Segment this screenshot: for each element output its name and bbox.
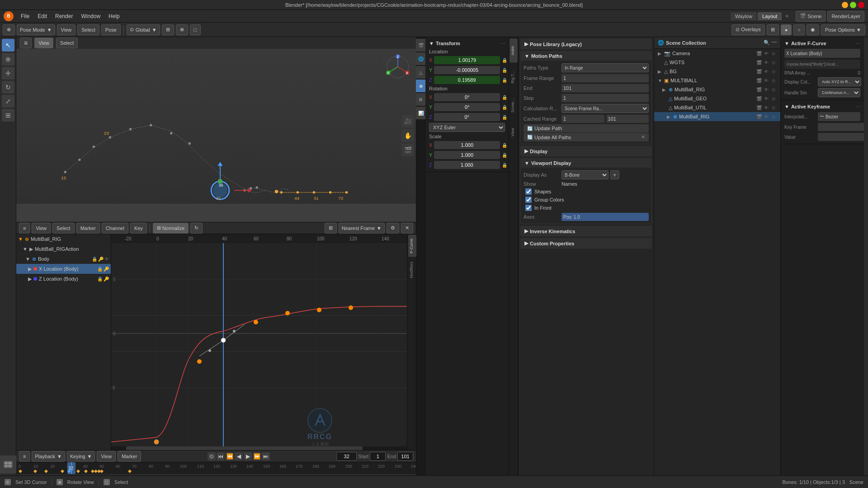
- go-end-btn[interactable]: ⏭: [262, 452, 270, 460]
- outliner-multiball[interactable]: ▼ ▣ MULTIBALL 🎬 👁 ⊙: [654, 76, 780, 85]
- minimize-button[interactable]: [842, 2, 848, 8]
- update-path-btn[interactable]: 🔄 Update Path: [524, 124, 649, 132]
- active-keyframe-header[interactable]: ▼ Active Keyframe ⋯: [781, 102, 864, 111]
- in-front-checkbox[interactable]: [525, 205, 532, 211]
- multi-eye[interactable]: 👁: [763, 77, 769, 84]
- menu-file[interactable]: File: [17, 12, 33, 20]
- close-button[interactable]: [858, 2, 864, 8]
- outliner-options[interactable]: ⋯: [772, 40, 777, 46]
- ik-header[interactable]: ▶ Inverse Kinematics: [521, 226, 651, 236]
- play-btn[interactable]: ▶: [244, 452, 252, 460]
- fcurve-options[interactable]: ⋯: [856, 41, 860, 46]
- outliner-filter[interactable]: 🔍: [764, 40, 770, 46]
- scale-y-lock[interactable]: 🔒: [502, 151, 507, 159]
- pose-mode-dropdown[interactable]: Pose Mode ▼: [17, 24, 55, 35]
- graph-view-btn[interactable]: View: [32, 223, 51, 234]
- motion-paths-header[interactable]: ▼ Motion Paths: [521, 52, 651, 61]
- channel-body[interactable]: ▼ ⊕ Body 🔒 🔑 👁: [16, 254, 111, 264]
- viewport-3d[interactable]: ≡ View Select Camera Orthographic (32) M…: [16, 37, 416, 222]
- mbutil-eye[interactable]: 👁: [763, 104, 769, 111]
- rotate-tool[interactable]: ↻: [2, 81, 14, 94]
- snap-type-icon[interactable]: ⊞: [325, 223, 337, 234]
- window-controls[interactable]: [842, 2, 864, 8]
- rot-z-input[interactable]: [434, 113, 500, 121]
- step-back-btn[interactable]: ⏪: [226, 452, 234, 460]
- mbgeo-select[interactable]: ⊙: [770, 95, 777, 102]
- keyframe-options[interactable]: ⋯: [856, 104, 860, 109]
- maximize-button[interactable]: [850, 2, 856, 8]
- nearest-frame-dropdown[interactable]: Nearest Frame ▼: [339, 223, 385, 234]
- viewport-menu-btn[interactable]: ≡: [20, 38, 32, 48]
- loc-z-input[interactable]: [434, 76, 500, 84]
- end-frame-input[interactable]: [397, 452, 413, 461]
- multi-render[interactable]: 🎬: [756, 77, 762, 84]
- start-frame-input[interactable]: [370, 452, 386, 461]
- interpolation-btn[interactable]: 〜 Bezier: [818, 112, 860, 121]
- loc-y-lock[interactable]: 🔒: [502, 66, 507, 74]
- scene-selector[interactable]: 🎬 Camera Scene: [796, 11, 826, 22]
- viewport-display-header[interactable]: ▼ Viewport Display: [521, 159, 651, 168]
- scale-z-input[interactable]: [434, 161, 500, 169]
- sync-icon[interactable]: ⊙: [208, 452, 216, 460]
- mbutil-select[interactable]: ⊙: [770, 104, 777, 111]
- select-btn[interactable]: Select: [56, 38, 78, 48]
- channel-action[interactable]: ▼ ▶ MultiBall_RIGAction: [16, 244, 111, 254]
- outliner-bg[interactable]: ▶ △ BG 🎬 👁 ⊙: [654, 67, 780, 76]
- transform-options[interactable]: ⋯: [500, 41, 505, 46]
- mbrig2-select[interactable]: ⊙: [770, 113, 777, 120]
- render-layer-selector[interactable]: RenderLayer: [827, 11, 864, 22]
- refresh-btn[interactable]: ↻: [190, 223, 203, 234]
- loc-x-input[interactable]: [434, 56, 500, 64]
- axes-value[interactable]: Pos: 1.0: [561, 213, 649, 221]
- graph-close-btn[interactable]: ✕: [401, 223, 413, 234]
- material-shading[interactable]: ○: [793, 24, 805, 35]
- rot-y-lock[interactable]: 🔒: [502, 103, 507, 111]
- keyframe-track[interactable]: 0 10 20 30 40 50 60 70 80 90 100 110 120…: [16, 462, 416, 474]
- wgts-render[interactable]: 🎬: [756, 59, 762, 66]
- outliner-multibutil[interactable]: △ MultiBall_UTIL 🎬 👁 ⊙: [654, 103, 780, 112]
- blender-logo[interactable]: B: [4, 11, 14, 21]
- scrollbar-thumb[interactable]: [126, 446, 363, 450]
- rot-x-lock[interactable]: 🔒: [502, 94, 507, 101]
- bg-select[interactable]: ⊙: [770, 68, 777, 75]
- outliner-multibrig[interactable]: ▶ ⊕ MultiBall_RIG 🎬 👁 ⊙: [654, 85, 780, 94]
- pivot-dropdown[interactable]: ⊙ Global ▼: [127, 24, 160, 35]
- rotation-mode-select[interactable]: XYZ Euler: [429, 123, 505, 132]
- loc-y-input[interactable]: [434, 66, 500, 74]
- value-input[interactable]: 3.851: [818, 133, 864, 141]
- mbrig-render[interactable]: 🎬: [756, 86, 762, 93]
- cam-eye[interactable]: 👁: [763, 50, 769, 56]
- transform-header[interactable]: ▼ Transform ⋯: [425, 39, 509, 48]
- graph-scrollbar-h[interactable]: [111, 446, 407, 450]
- play-back-btn[interactable]: ◀: [235, 452, 243, 460]
- pose-library-header[interactable]: ▶ Pose Library (Legacy): [521, 39, 651, 49]
- loc-z-lock[interactable]: 🔒: [502, 76, 507, 84]
- active-fcurve-header[interactable]: ▼ Active F-Curve ⋯: [781, 39, 864, 48]
- graph-canvas[interactable]: -20 0 20 40 60 80 100 120 140: [111, 234, 407, 450]
- snap-btn[interactable]: ⊞: [162, 24, 174, 35]
- bg-eye[interactable]: 👁: [763, 68, 769, 75]
- channel-object[interactable]: ▼ ⊕ MultiBall_RIG: [16, 234, 111, 244]
- update-all-paths-btn[interactable]: 🔄 Update All Paths ✕: [524, 133, 649, 141]
- display-header[interactable]: ▶ Display: [521, 146, 651, 156]
- menu-help[interactable]: Help: [105, 12, 123, 20]
- outliner-camera[interactable]: ▶ 📷 Camera 🎬 👁 ⊙: [654, 49, 780, 58]
- mbutil-render[interactable]: 🎬: [756, 104, 762, 111]
- mbrig-select[interactable]: ⊙: [770, 86, 777, 93]
- cursor-tool[interactable]: ⊕: [2, 53, 14, 66]
- playback-view-btn[interactable]: View: [97, 451, 116, 462]
- outliner-multibrig-active[interactable]: ▶ ⊕ MultiBall_RIG 🎬 👁 ⊙: [654, 112, 780, 121]
- view-type-btn[interactable]: View: [34, 38, 53, 48]
- menu-edit[interactable]: Edit: [34, 12, 51, 20]
- scale-tool[interactable]: ⤢: [2, 95, 14, 108]
- mbrig2-eye[interactable]: 👁: [763, 113, 769, 120]
- graph-channel-btn[interactable]: Channel: [102, 223, 128, 234]
- rot-y-input[interactable]: [434, 103, 500, 111]
- xray-btn[interactable]: ⊞: [767, 24, 779, 35]
- graph-select-btn[interactable]: Select: [52, 223, 75, 234]
- shapes-checkbox[interactable]: [525, 188, 532, 195]
- calc-range-select[interactable]: Scene Frame Ra...: [561, 104, 649, 113]
- select-tool[interactable]: ↖: [2, 39, 14, 52]
- workspace-tab-waylow[interactable]: Waylow: [731, 12, 757, 20]
- menu-window[interactable]: Window: [77, 12, 104, 20]
